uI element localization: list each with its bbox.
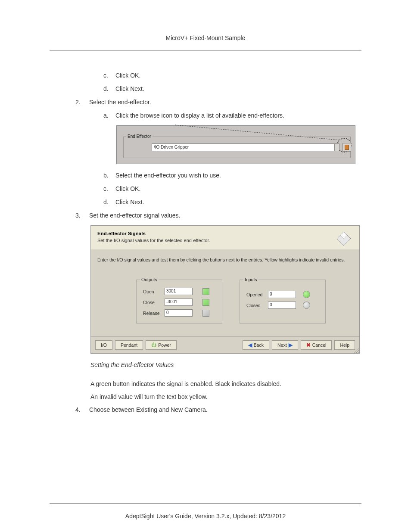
- close-test-button[interactable]: [202, 299, 209, 306]
- step-2d: d. Click Next.: [103, 199, 361, 205]
- inputs-legend: Inputs: [243, 277, 258, 282]
- back-button[interactable]: ◀ Back: [243, 340, 269, 350]
- open-label: Open: [143, 289, 161, 294]
- signals-columns: Outputs Open 3001 Close -3001 Relea: [97, 280, 353, 324]
- outputs-legend: Outputs: [140, 277, 159, 282]
- dialog-instruction: Enter the I/O signal values and test the…: [97, 257, 353, 262]
- browse-icon: [345, 145, 349, 150]
- list-marker: 2.: [75, 99, 89, 106]
- step-text: Choose between Existing and New Camera.: [89, 406, 208, 413]
- closed-input[interactable]: 0: [268, 302, 296, 309]
- outputs-fieldset: Outputs Open 3001 Close -3001 Relea: [136, 280, 222, 324]
- output-release-row: Release 0: [143, 309, 215, 317]
- list-marker: 3.: [75, 212, 89, 219]
- closed-indicator[interactable]: [303, 302, 310, 309]
- figure-signals-dialog: End-effector Signals Set the I/O signal …: [90, 225, 360, 354]
- opened-input[interactable]: 0: [268, 291, 296, 298]
- list-marker: c.: [103, 72, 115, 79]
- dialog-subtitle: Set the I/O signal values for the select…: [97, 238, 353, 243]
- end-effector-fieldset: End Effector /IO Driven Gripper: [123, 137, 351, 158]
- step-text: Select the end-effector.: [89, 99, 151, 106]
- output-open-row: Open 3001: [143, 288, 215, 295]
- step-text: Click OK.: [115, 72, 140, 79]
- cancel-label: Cancel: [312, 342, 327, 348]
- end-effector-dropdown[interactable]: /IO Driven Gripper: [152, 143, 335, 151]
- arrow-left-icon: ◀: [248, 342, 252, 348]
- step-2b: b. Select the end-effector you wish to u…: [103, 172, 361, 179]
- inputs-fieldset: Inputs Opened 0 Closed 0: [240, 280, 326, 324]
- input-opened-row: Opened 0: [246, 291, 319, 298]
- closed-label: Closed: [246, 303, 265, 308]
- figure-caption: Setting the End-effector Values: [90, 361, 361, 368]
- release-input[interactable]: 0: [165, 309, 193, 317]
- open-input[interactable]: 3001: [165, 288, 193, 295]
- step-text: Click Next.: [115, 199, 144, 205]
- step-text: Click the browse icon to display a list …: [115, 112, 284, 119]
- fieldset-legend: End Effector: [126, 134, 153, 139]
- dialog-main: Enter the I/O signal values and test the…: [91, 249, 359, 336]
- release-label: Release: [143, 311, 161, 316]
- list-marker: c.: [103, 185, 115, 192]
- dialog-title: End-effector Signals: [97, 231, 353, 236]
- figure-end-effector-select: End Effector /IO Driven Gripper: [116, 125, 355, 164]
- list-marker: d.: [103, 199, 115, 205]
- output-close-row: Close -3001: [143, 299, 215, 306]
- opened-indicator[interactable]: [303, 291, 310, 298]
- power-icon: ⏻: [151, 342, 156, 348]
- power-label: Power: [158, 342, 171, 348]
- step-text: Click Next.: [115, 85, 144, 92]
- page-header: MicroV+ Fixed-Mount Sample: [50, 34, 361, 50]
- next-label: Next: [277, 342, 287, 348]
- footer-info: AdeptSight User's Guide, Version 3.2.x, …: [50, 513, 361, 520]
- dropdown-arrow[interactable]: [334, 143, 339, 151]
- list-marker: a.: [103, 112, 115, 119]
- list-marker: b.: [103, 172, 115, 179]
- footer-right-group: ◀ Back Next ▶ ✖ Cancel Help: [243, 340, 355, 350]
- dialog-header: End-effector Signals Set the I/O signal …: [91, 226, 359, 249]
- back-label: Back: [254, 342, 264, 348]
- io-button[interactable]: I/O: [95, 340, 112, 350]
- header-title: MicroV+ Fixed-Mount Sample: [166, 34, 246, 41]
- close-input[interactable]: -3001: [165, 299, 193, 306]
- step-text: Select the end-effector you wish to use.: [115, 172, 221, 179]
- list-marker: d.: [103, 85, 115, 92]
- step-4: 4. Choose between Existing and New Camer…: [75, 406, 361, 413]
- step-1c: c. Click OK.: [103, 72, 361, 79]
- pendant-button[interactable]: Pendant: [115, 340, 143, 350]
- close-label: Close: [143, 300, 161, 305]
- input-closed-row: Closed 0: [246, 302, 319, 309]
- open-test-button[interactable]: [202, 288, 209, 295]
- svg-line-5: [358, 352, 359, 353]
- power-button[interactable]: ⏻ Power: [146, 340, 177, 350]
- pendant-label: Pendant: [121, 342, 137, 348]
- help-label: Help: [340, 342, 349, 348]
- step-1d: d. Click Next.: [103, 85, 361, 92]
- browse-button[interactable]: [342, 143, 351, 152]
- wizard-icon: [336, 231, 352, 246]
- cancel-icon: ✖: [306, 342, 311, 348]
- list-marker: 4.: [75, 406, 89, 413]
- help-button[interactable]: Help: [334, 340, 355, 350]
- step-2: 2. Select the end-effector.: [75, 99, 361, 106]
- io-label: I/O: [101, 342, 107, 348]
- release-test-button[interactable]: [202, 310, 209, 317]
- dialog-footer: I/O Pendant ⏻ Power ◀ Back Next ▶: [91, 336, 359, 353]
- paragraph-green: A green button indicates the signal is e…: [90, 380, 361, 387]
- cancel-button[interactable]: ✖ Cancel: [301, 340, 332, 350]
- next-button[interactable]: Next ▶: [272, 340, 298, 350]
- step-text: Click OK.: [115, 185, 140, 192]
- content-body: c. Click OK. d. Click Next. 2. Select th…: [50, 72, 361, 413]
- page-footer: AdeptSight User's Guide, Version 3.2.x, …: [50, 504, 361, 532]
- step-2a: a. Click the browse icon to display a li…: [103, 112, 361, 119]
- resize-grip-icon[interactable]: [353, 347, 359, 353]
- arrow-right-icon: ▶: [289, 342, 293, 348]
- opened-label: Opened: [246, 292, 265, 297]
- step-2c: c. Click OK.: [103, 185, 361, 192]
- step-text: Set the end-effector signal values.: [89, 212, 180, 219]
- paragraph-invalid: An invalid value will turn the text box …: [90, 393, 361, 400]
- step-3: 3. Set the end-effector signal values.: [75, 212, 361, 219]
